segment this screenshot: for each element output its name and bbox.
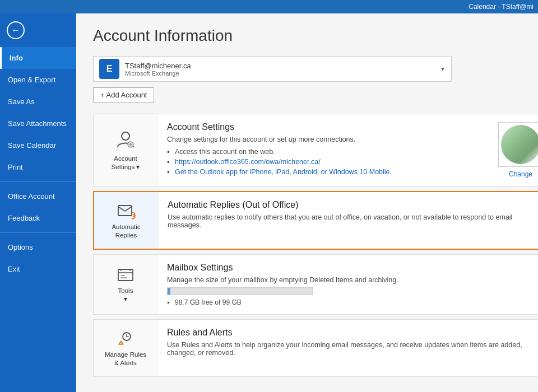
- exchange-icon: E: [99, 59, 119, 79]
- automatic-replies-icon-area[interactable]: AutomaticReplies: [94, 192, 159, 249]
- mailbox-settings-card: Tools▾ Mailbox Settings Manage the size …: [93, 254, 538, 315]
- account-email: TStaff@michener.ca: [125, 62, 440, 70]
- sidebar-item-exit[interactable]: Exit: [0, 258, 76, 280]
- owa-link[interactable]: https://outlook.office365.com/owa/michen…: [175, 158, 321, 166]
- sidebar-item-info[interactable]: Info: [0, 47, 76, 69]
- back-button[interactable]: ←: [0, 13, 76, 47]
- app-body: ← Info Open & Export Save As Save Attach…: [0, 13, 538, 392]
- account-selector[interactable]: E TStaff@michener.ca Microsoft Exchange …: [93, 56, 452, 82]
- account-settings-title: Account Settings: [167, 122, 480, 132]
- rules-alerts-card: Manage Rules& Alerts Rules and Alerts Us…: [93, 319, 538, 377]
- rules-alerts-label: Manage Rules& Alerts: [105, 351, 146, 367]
- automatic-replies-card: AutomaticReplies Automatic Replies (Out …: [93, 191, 538, 250]
- sidebar-item-save-attachments[interactable]: Save Attachments: [0, 113, 76, 134]
- sidebar-item-options[interactable]: Options: [0, 236, 76, 258]
- account-info: TStaff@michener.ca Microsoft Exchange: [125, 62, 440, 77]
- mailbox-progress-bar: [167, 287, 313, 295]
- account-picture-placeholder: [501, 125, 538, 164]
- rules-alerts-icon-area[interactable]: Manage Rules& Alerts: [94, 320, 158, 376]
- add-account-label: + Add Account: [100, 91, 147, 99]
- mailbox-settings-content: Mailbox Settings Manage the size of your…: [158, 255, 538, 314]
- account-settings-list: Access this account on the web. https://…: [167, 147, 480, 177]
- svg-point-0: [122, 132, 129, 140]
- rules-alerts-content: Rules and Alerts Use Rules and Alerts to…: [158, 320, 538, 376]
- list-item-owa-link[interactable]: https://outlook.office365.com/owa/michen…: [167, 157, 480, 167]
- automatic-replies-content: Automatic Replies (Out of Office) Use au…: [159, 192, 538, 249]
- account-settings-desc: Change settings for this account or set …: [167, 136, 480, 143]
- mailbox-settings-label: Tools▾: [118, 287, 133, 304]
- automatic-replies-desc: Use automatic replies to notify others t…: [168, 213, 538, 229]
- automatic-replies-title: Automatic Replies (Out of Office): [168, 200, 538, 210]
- svg-rect-3: [118, 269, 133, 281]
- title-bar: Calendar - TStaff@mi: [0, 0, 538, 13]
- mailbox-progress-fill: [168, 288, 170, 295]
- account-picture-box: [498, 122, 538, 167]
- sidebar-item-feedback[interactable]: Feedback: [0, 207, 76, 229]
- account-picture-area: Change: [489, 114, 538, 186]
- title-text: Calendar - TStaff@mi: [469, 3, 534, 11]
- sidebar-item-office-account[interactable]: Office Account: [0, 185, 76, 207]
- sidebar-item-save-calendar[interactable]: Save Calendar: [0, 134, 76, 156]
- list-item-mobile-app[interactable]: Get the Outlook app for iPhone, iPad, An…: [167, 167, 480, 177]
- account-settings-card: AccountSettings ▾ Account Settings Chang…: [93, 114, 538, 186]
- mailbox-settings-desc: Manage the size of your mailbox by empty…: [167, 276, 538, 284]
- mailbox-settings-icon: [115, 265, 136, 287]
- rules-alerts-desc: Use Rules and Alerts to help organize yo…: [167, 341, 538, 357]
- mailbox-settings-icon-area[interactable]: Tools▾: [94, 255, 158, 314]
- mailbox-settings-title: Mailbox Settings: [167, 263, 538, 273]
- rules-alerts-icon: [115, 329, 136, 351]
- sidebar-item-open-export[interactable]: Open & Export: [0, 69, 76, 91]
- account-settings-icon: [115, 129, 136, 153]
- svg-point-1: [128, 142, 133, 147]
- automatic-replies-icon: [116, 201, 136, 223]
- rules-alerts-title: Rules and Alerts: [167, 328, 538, 338]
- main-content: Account Information E TStaff@michener.ca…: [76, 13, 538, 392]
- automatic-replies-label: AutomaticReplies: [112, 223, 140, 240]
- sidebar-item-save-as[interactable]: Save As: [0, 91, 76, 113]
- back-icon: ←: [7, 21, 25, 39]
- sidebar-divider-2: [0, 232, 76, 233]
- account-settings-content: Account Settings Change settings for thi…: [158, 114, 489, 186]
- sidebar: ← Info Open & Export Save As Save Attach…: [0, 13, 76, 392]
- page-title: Account Information: [93, 27, 521, 45]
- account-dropdown-arrow: ▼: [440, 66, 446, 72]
- sidebar-divider: [0, 181, 76, 182]
- change-picture-link[interactable]: Change: [509, 170, 532, 178]
- storage-text: 98.7 GB free of 99 GB: [167, 298, 538, 306]
- account-type: Microsoft Exchange: [125, 70, 440, 77]
- sidebar-item-print[interactable]: Print: [0, 156, 76, 178]
- account-settings-icon-area[interactable]: AccountSettings ▾: [94, 114, 158, 186]
- add-account-button[interactable]: + Add Account: [93, 87, 154, 102]
- account-settings-label: AccountSettings ▾: [112, 155, 140, 171]
- list-item-web-access: Access this account on the web.: [167, 147, 480, 157]
- mobile-app-link[interactable]: Get the Outlook app for iPhone, iPad, An…: [175, 168, 392, 176]
